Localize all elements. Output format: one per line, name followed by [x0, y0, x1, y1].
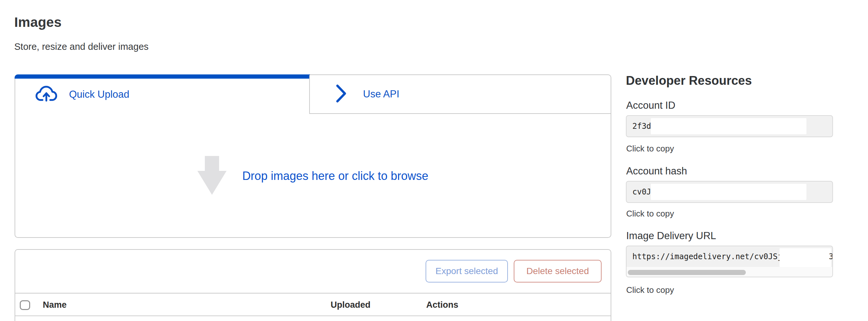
- horizontal-scrollbar-track: [626, 267, 832, 277]
- developer-resources-title: Developer Resources: [626, 74, 752, 88]
- image-list-panel: Export selected Delete selected Name Upl…: [14, 249, 611, 321]
- image-dropzone[interactable]: Drop images here or click to browse: [15, 114, 611, 237]
- account-id-value: 2f3d: [632, 116, 651, 137]
- redacted-url-fragment: 3: [829, 246, 833, 267]
- account-hash-field[interactable]: cv0J: [626, 181, 833, 203]
- account-hash-label: Account hash: [626, 165, 687, 177]
- redaction-overlay: [651, 118, 806, 134]
- account-id-label: Account ID: [626, 100, 676, 111]
- export-selected-button[interactable]: Export selected: [426, 260, 508, 283]
- account-hash-value: cv0J: [632, 182, 651, 202]
- tab-use-api-label: Use API: [363, 88, 399, 100]
- image-delivery-url-value: https://imagedelivery.net/cv0JSj: [632, 246, 782, 267]
- down-arrow-icon: [197, 156, 226, 196]
- image-delivery-url-copy-hint: Click to copy: [626, 285, 674, 295]
- select-all-checkbox[interactable]: [20, 300, 30, 310]
- delete-selected-button[interactable]: Delete selected: [514, 260, 601, 283]
- image-delivery-url-label: Image Delivery URL: [626, 230, 716, 242]
- images-page: Images Store, resize and deliver images …: [0, 0, 868, 321]
- tab-quick-upload-label: Quick Upload: [69, 89, 129, 100]
- account-hash-copy-hint: Click to copy: [626, 209, 674, 219]
- page-title: Images: [14, 14, 62, 30]
- tab-use-api[interactable]: Use API: [309, 75, 611, 114]
- page-subtitle: Store, resize and deliver images: [14, 41, 149, 52]
- horizontal-scrollbar-thumb[interactable]: [628, 270, 746, 275]
- table-header-row: Name Uploaded Actions: [15, 293, 611, 316]
- cloud-upload-icon: [35, 85, 57, 104]
- account-id-field[interactable]: 2f3d: [626, 115, 833, 137]
- dropzone-label: Drop images here or click to browse: [242, 169, 428, 183]
- chevron-right-icon: [336, 84, 347, 104]
- redaction-overlay: [651, 184, 806, 200]
- upload-panel: Quick Upload Use API Drop images here or…: [14, 74, 611, 238]
- redaction-overlay: [779, 248, 831, 267]
- image-delivery-url-field[interactable]: https://imagedelivery.net/cv0JSj 3: [626, 246, 833, 277]
- column-header-actions: Actions: [426, 300, 458, 310]
- list-toolbar: Export selected Delete selected: [15, 250, 611, 293]
- tab-quick-upload[interactable]: Quick Upload: [15, 75, 309, 114]
- column-header-name: Name: [43, 300, 67, 310]
- account-id-copy-hint: Click to copy: [626, 144, 674, 154]
- column-header-uploaded: Uploaded: [331, 300, 370, 310]
- developer-resources-panel: Developer Resources Account ID 2f3d Clic…: [626, 74, 833, 320]
